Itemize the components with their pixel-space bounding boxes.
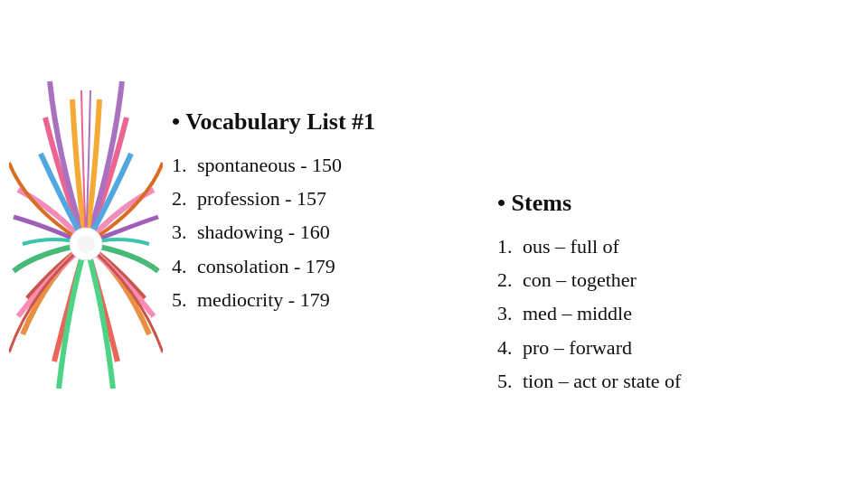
vocab-text: shadowing - 160 bbox=[197, 221, 330, 243]
stem-item-2: 2.con – together bbox=[497, 263, 750, 296]
vocab-item-5: 5.mediocrity - 179 bbox=[172, 283, 461, 316]
vocab-section: • Vocabulary List #1 1.spontaneous - 150… bbox=[172, 108, 461, 317]
stem-text: con – together bbox=[523, 268, 637, 291]
vocab-num: 5. bbox=[172, 283, 197, 316]
vocab-text: mediocrity - 179 bbox=[197, 288, 330, 311]
stem-item-4: 4.pro – forward bbox=[497, 331, 750, 364]
page: • Vocabulary List #1 1.spontaneous - 150… bbox=[0, 0, 868, 488]
stem-text: ous – full of bbox=[523, 235, 619, 258]
stem-text: pro – forward bbox=[523, 336, 632, 359]
stem-item-5: 5.tion – act or state of bbox=[497, 364, 750, 398]
vocab-text: consolation - 179 bbox=[197, 255, 335, 277]
vocab-item-2: 2.profession - 157 bbox=[172, 182, 461, 215]
vocab-text: profession - 157 bbox=[197, 187, 326, 210]
stems-list: 1.ous – full of2.con – together3.med – m… bbox=[497, 230, 750, 399]
stem-num: 2. bbox=[497, 263, 523, 296]
vocab-item-4: 4.consolation - 179 bbox=[172, 249, 461, 283]
vocab-num: 2. bbox=[172, 182, 197, 215]
stem-num: 4. bbox=[497, 331, 523, 364]
vocab-num: 1. bbox=[172, 148, 197, 182]
vocab-num: 3. bbox=[172, 215, 197, 249]
stem-item-3: 3.med – middle bbox=[497, 296, 750, 330]
stem-num: 3. bbox=[497, 296, 523, 330]
vocab-list: 1.spontaneous - 1502.profession - 1573.s… bbox=[172, 148, 461, 317]
content-area: • Vocabulary List #1 1.spontaneous - 150… bbox=[163, 72, 868, 417]
stems-title: • Stems bbox=[497, 190, 750, 217]
stem-num: 1. bbox=[497, 230, 523, 263]
decorative-image bbox=[9, 27, 163, 461]
vocab-item-3: 3.shadowing - 160 bbox=[172, 215, 461, 249]
vocab-num: 4. bbox=[172, 249, 197, 283]
stem-num: 5. bbox=[497, 364, 523, 398]
vocab-text: spontaneous - 150 bbox=[197, 154, 342, 176]
vocab-title: • Vocabulary List #1 bbox=[172, 108, 461, 136]
stems-section: • Stems 1.ous – full of2.con – together3… bbox=[497, 108, 750, 399]
stem-item-1: 1.ous – full of bbox=[497, 230, 750, 263]
stem-text: tion – act or state of bbox=[523, 370, 681, 392]
stem-text: med – middle bbox=[523, 302, 632, 324]
svg-point-2 bbox=[77, 235, 95, 253]
vocab-item-1: 1.spontaneous - 150 bbox=[172, 148, 461, 182]
